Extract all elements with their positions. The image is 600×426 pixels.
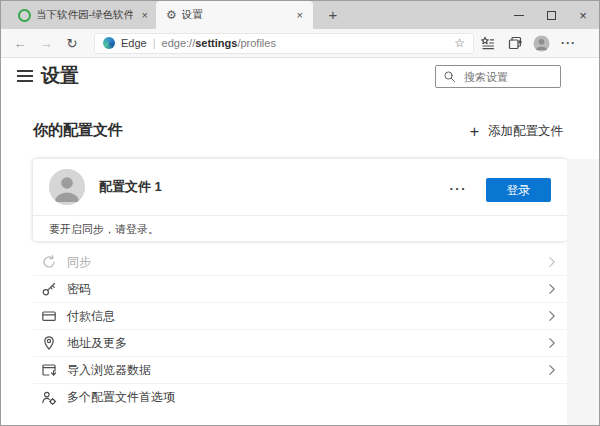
sync-icon bbox=[41, 254, 57, 270]
refresh-button[interactable]: ↻ bbox=[59, 37, 85, 50]
credit-card-icon bbox=[41, 308, 57, 324]
settings-menu-button[interactable]: ··· bbox=[555, 36, 582, 50]
profile-avatar bbox=[49, 169, 85, 205]
profile-card: 配置文件 1 ··· 登录 要开启同步，请登录。 bbox=[33, 159, 567, 241]
profile-avatar-button[interactable] bbox=[528, 35, 555, 52]
close-tab-icon[interactable]: × bbox=[138, 9, 152, 21]
favorites-button[interactable] bbox=[474, 35, 501, 51]
address-url-scheme: edge:// bbox=[162, 37, 196, 49]
chevron-right-icon bbox=[545, 309, 559, 323]
list-item-label: 同步 bbox=[67, 254, 91, 271]
close-window-button[interactable]: × bbox=[567, 1, 599, 29]
list-item-addresses[interactable]: 地址及更多 bbox=[33, 330, 567, 357]
tab-bar: 当下软件园-绿色软件_最新绿色 × ⚙ 设置 × + × bbox=[1, 1, 599, 30]
location-pin-icon bbox=[41, 335, 57, 351]
address-bar[interactable]: Edge | edge:// settings /profiles ☆ bbox=[94, 33, 474, 54]
edge-logo-icon bbox=[103, 37, 115, 49]
list-item-multiple-profile-preferences[interactable]: 多个配置文件首选项 bbox=[33, 384, 567, 411]
close-tab-icon[interactable]: × bbox=[293, 9, 307, 21]
chevron-right-icon bbox=[545, 282, 559, 296]
list-item-label: 密码 bbox=[67, 281, 91, 298]
list-item-label: 付款信息 bbox=[67, 308, 115, 325]
list-item-label: 地址及更多 bbox=[67, 335, 127, 352]
avatar-icon bbox=[533, 35, 550, 52]
list-item-label: 导入浏览器数据 bbox=[67, 362, 151, 379]
page-background-strip bbox=[567, 159, 599, 425]
chevron-right-icon bbox=[545, 255, 559, 269]
tab-settings[interactable]: ⚙ 设置 × bbox=[156, 1, 313, 29]
sync-hint-text: 要开启同步，请登录。 bbox=[33, 216, 567, 243]
maximize-button[interactable] bbox=[535, 1, 567, 29]
import-data-icon bbox=[41, 362, 57, 378]
profile-settings-list: 同步 密码 付款信息 地址及更多 bbox=[33, 249, 567, 411]
search-input[interactable] bbox=[462, 70, 546, 84]
search-icon bbox=[443, 70, 456, 83]
key-icon bbox=[41, 281, 57, 297]
maximize-icon bbox=[547, 11, 556, 20]
avatar-person-icon bbox=[49, 169, 85, 205]
hamburger-icon bbox=[17, 70, 33, 72]
collections-icon bbox=[507, 35, 523, 51]
list-item-payment-info[interactable]: 付款信息 bbox=[33, 303, 567, 330]
favorites-star-list-icon bbox=[480, 35, 496, 51]
chevron-right-icon bbox=[545, 336, 559, 350]
minimize-icon bbox=[514, 15, 524, 16]
sign-in-button[interactable]: 登录 bbox=[486, 178, 551, 202]
new-tab-button[interactable]: + bbox=[321, 5, 345, 26]
section-title: 你的配置文件 bbox=[33, 121, 123, 140]
address-url-host: settings bbox=[195, 37, 237, 49]
address-site-label: Edge bbox=[121, 37, 147, 49]
profile-more-button[interactable]: ··· bbox=[450, 181, 468, 196]
browser-window: 当下软件园-绿色软件_最新绿色 × ⚙ 设置 × + × ← → ↻ Edge … bbox=[0, 0, 600, 426]
add-profile-label: 添加配置文件 bbox=[488, 123, 563, 140]
tab-xiazaiba[interactable]: 当下软件园-绿色软件_最新绿色 × bbox=[9, 1, 156, 29]
multiple-profiles-icon bbox=[41, 390, 57, 406]
gear-icon: ⚙ bbox=[166, 9, 177, 21]
ellipsis-icon: ··· bbox=[561, 36, 576, 50]
chevron-right-icon bbox=[545, 363, 559, 377]
page-title: 设置 bbox=[41, 63, 79, 89]
settings-search-box[interactable] bbox=[435, 65, 561, 88]
site-favicon-icon bbox=[17, 8, 32, 23]
collections-button[interactable] bbox=[501, 35, 528, 51]
forward-button[interactable]: → bbox=[33, 37, 59, 50]
list-item-import-browser-data[interactable]: 导入浏览器数据 bbox=[33, 357, 567, 384]
tab-title: 当下软件园-绿色软件_最新绿色 bbox=[36, 8, 133, 22]
browser-toolbar: ← → ↻ Edge | edge:// settings /profiles … bbox=[1, 29, 599, 58]
window-controls: × bbox=[503, 1, 599, 29]
add-favorite-star-icon[interactable]: ☆ bbox=[454, 36, 465, 50]
minimize-button[interactable] bbox=[503, 1, 535, 29]
back-button[interactable]: ← bbox=[7, 37, 33, 50]
tab-title: 设置 bbox=[182, 8, 288, 22]
list-item-label: 多个配置文件首选项 bbox=[67, 389, 175, 406]
plus-icon: + bbox=[470, 124, 479, 140]
profile-name: 配置文件 1 bbox=[99, 178, 162, 196]
list-item-sync: 同步 bbox=[33, 249, 567, 276]
address-divider: | bbox=[153, 37, 156, 49]
settings-menu-toggle[interactable] bbox=[17, 70, 33, 85]
list-item-passwords[interactable]: 密码 bbox=[33, 276, 567, 303]
address-url-path: /profiles bbox=[237, 37, 276, 49]
add-profile-button[interactable]: + 添加配置文件 bbox=[470, 123, 563, 140]
close-icon: × bbox=[579, 9, 587, 22]
